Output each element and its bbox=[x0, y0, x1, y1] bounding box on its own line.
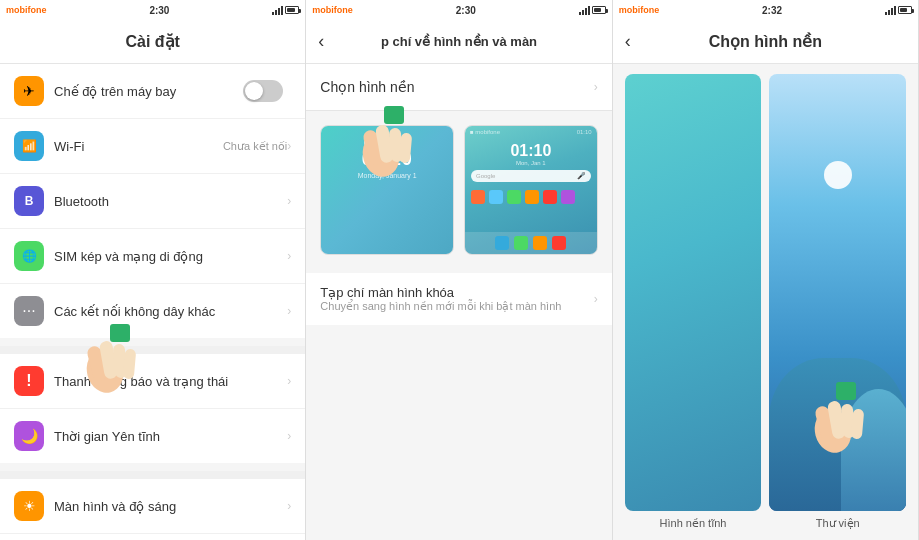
wallpaper-option-library[interactable]: Thư viện bbox=[769, 74, 906, 530]
settings-item-focus[interactable]: 🌙 Thời gian Yên tĩnh › bbox=[0, 409, 305, 463]
section-notifications: ! Thanh thông báo và trạng thái › 🌙 Thời… bbox=[0, 354, 305, 463]
magazine-arrow: › bbox=[594, 292, 598, 306]
section-display: ☀ Màn hình và độ sáng › 🖼 Tạp chí về hìn… bbox=[0, 479, 305, 540]
bluetooth-content: Bluetooth bbox=[54, 194, 287, 209]
notifications-arrow: › bbox=[287, 374, 291, 388]
mock-app-1 bbox=[471, 190, 485, 204]
settings-item-wifi[interactable]: 📶 Wi-Fi Chưa kết nối › bbox=[0, 119, 305, 174]
mock-statusbar-home: ■ mobifone01:10 bbox=[465, 126, 597, 138]
settings-item-sim[interactable]: 🌐 SIM kép và mạng di động › bbox=[0, 229, 305, 284]
panel-wallpaper-settings: mobifone 2:30 ‹ p chí về hình nền và màn… bbox=[306, 0, 612, 540]
time-2: 2:30 bbox=[456, 5, 476, 16]
bluetooth-label: Bluetooth bbox=[54, 194, 287, 209]
bluetooth-arrow: › bbox=[287, 194, 291, 208]
wallpaper-options: Hình nền tĩnh Thư viện bbox=[613, 64, 918, 540]
display-icon: ☀ bbox=[14, 491, 44, 521]
airplane-content: Chế độ trên máy bay bbox=[54, 84, 243, 99]
back-button-3[interactable]: ‹ bbox=[625, 31, 631, 52]
choose-wallpaper-row[interactable]: Chọn hình nền › bbox=[306, 64, 611, 111]
focus-content: Thời gian Yên tĩnh bbox=[54, 429, 287, 444]
panel-choose-wallpaper: mobifone 2:32 ‹ Chọn hình nền Hình nền t… bbox=[613, 0, 919, 540]
status-right-2 bbox=[579, 6, 606, 15]
mock-date-lock: Monday, January 1 bbox=[358, 172, 417, 179]
carrier-3: mobifone bbox=[619, 5, 660, 15]
wallpaper-static-label: Hình nền tĩnh bbox=[660, 517, 727, 530]
settings-item-airplane[interactable]: ✈ Chế độ trên máy bay bbox=[0, 64, 305, 119]
settings-item-connections[interactable]: ··· Các kết nối không dây khác › bbox=[0, 284, 305, 338]
airplane-toggle[interactable] bbox=[243, 80, 283, 102]
wallpaper-preview: ■ ■ mobifone 01:10 Monday, January 1 ■ m… bbox=[306, 111, 611, 265]
airplane-icon: ✈ bbox=[14, 76, 44, 106]
sim-arrow: › bbox=[287, 249, 291, 263]
settings-item-wallpaper[interactable]: 🖼 Tạp chí về hình nền và màn hình khóa › bbox=[0, 534, 305, 540]
carrier-1: mobifone bbox=[6, 5, 47, 15]
divider-2 bbox=[0, 471, 305, 479]
wifi-icon: 📶 bbox=[14, 131, 44, 161]
settings-list: ✈ Chế độ trên máy bay 📶 Wi-Fi Chưa kết n… bbox=[0, 64, 305, 540]
wallpaper-library-label: Thư viện bbox=[816, 517, 860, 530]
bluetooth-icon: B bbox=[14, 186, 44, 216]
lockscreen-preview: ■ ■ mobifone 01:10 Monday, January 1 bbox=[320, 125, 454, 255]
focus-label: Thời gian Yên tĩnh bbox=[54, 429, 287, 444]
airplane-label: Chế độ trên máy bay bbox=[54, 84, 243, 99]
status-bar-3: mobifone 2:32 bbox=[613, 0, 918, 20]
signal-icon-1 bbox=[272, 6, 283, 15]
connections-label: Các kết nối không dây khác bbox=[54, 304, 287, 319]
page-header-3: ‹ Chọn hình nền bbox=[613, 20, 918, 64]
settings-item-display[interactable]: ☀ Màn hình và độ sáng › bbox=[0, 479, 305, 534]
mock-search-bar: Google 🎤 bbox=[471, 170, 591, 182]
mock-dock bbox=[465, 232, 597, 254]
page-header-2: ‹ p chí về hình nền và màn bbox=[306, 20, 611, 64]
back-button-2[interactable]: ‹ bbox=[318, 31, 324, 52]
magazine-section: Tạp chí màn hình khóa Chuyển sang hình n… bbox=[306, 273, 611, 325]
battery-icon-2 bbox=[592, 6, 606, 14]
mock-app-2 bbox=[489, 190, 503, 204]
mock-app-6 bbox=[561, 190, 575, 204]
homescreen-preview: ■ mobifone01:10 01:10 Mon, Jan 1 Google … bbox=[464, 125, 598, 255]
page-title-2: p chí về hình nền và màn bbox=[381, 34, 537, 49]
choose-wallpaper-item[interactable]: Chọn hình nền › bbox=[306, 64, 611, 110]
wallpaper-library-thumb bbox=[769, 74, 906, 511]
page-title-3: Chọn hình nền bbox=[709, 32, 822, 51]
mock-time-lock: 01:10 bbox=[362, 149, 413, 170]
library-moon bbox=[824, 161, 852, 189]
wifi-arrow: › bbox=[287, 139, 291, 153]
library-hills-2 bbox=[841, 389, 906, 511]
status-left-3: mobifone bbox=[619, 5, 660, 15]
dock-icon-1 bbox=[495, 236, 509, 250]
status-left-2: mobifone bbox=[312, 5, 353, 15]
mock-time-home: 01:10 bbox=[465, 142, 597, 160]
connections-arrow: › bbox=[287, 304, 291, 318]
divider-1 bbox=[0, 346, 305, 354]
search-placeholder: Google bbox=[476, 173, 495, 179]
mock-app-3 bbox=[507, 190, 521, 204]
focus-arrow: › bbox=[287, 429, 291, 443]
wallpaper-static-thumb bbox=[625, 74, 762, 511]
focus-icon: 🌙 bbox=[14, 421, 44, 451]
lockscreen-bg: ■ ■ mobifone 01:10 Monday, January 1 bbox=[321, 126, 453, 254]
display-content: Màn hình và độ sáng bbox=[54, 499, 287, 514]
status-left-1: mobifone bbox=[6, 5, 47, 15]
magazine-item[interactable]: Tạp chí màn hình khóa Chuyển sang hình n… bbox=[306, 273, 611, 325]
notifications-content: Thanh thông báo và trạng thái bbox=[54, 374, 287, 389]
battery-icon-3 bbox=[898, 6, 912, 14]
status-right-3 bbox=[885, 6, 912, 15]
mock-carrier-lock: ■ ■ mobifone bbox=[364, 138, 411, 147]
homescreen-bg: ■ mobifone01:10 01:10 Mon, Jan 1 Google … bbox=[465, 126, 597, 254]
settings-item-bluetooth[interactable]: B Bluetooth › bbox=[0, 174, 305, 229]
signal-icon-2 bbox=[579, 6, 590, 15]
wallpaper-option-static[interactable]: Hình nền tĩnh bbox=[625, 74, 762, 530]
time-1: 2:30 bbox=[149, 5, 169, 16]
battery-icon-1 bbox=[285, 6, 299, 14]
display-arrow: › bbox=[287, 499, 291, 513]
magazine-desc: Chuyển sang hình nền mới mỗi khi bật màn… bbox=[320, 300, 593, 313]
page-title-1: Cài đặt bbox=[125, 32, 179, 51]
signal-icon-3 bbox=[885, 6, 896, 15]
choose-wallpaper-arrow: › bbox=[594, 80, 598, 94]
dock-icon-3 bbox=[533, 236, 547, 250]
display-label: Màn hình và độ sáng bbox=[54, 499, 287, 514]
sim-icon: 🌐 bbox=[14, 241, 44, 271]
panel-settings: mobifone 2:30 Cài đặt ✈ Chế độ trên máy … bbox=[0, 0, 306, 540]
choose-wallpaper-label: Chọn hình nền bbox=[320, 79, 593, 95]
settings-item-notifications[interactable]: ! Thanh thông báo và trạng thái › bbox=[0, 354, 305, 409]
